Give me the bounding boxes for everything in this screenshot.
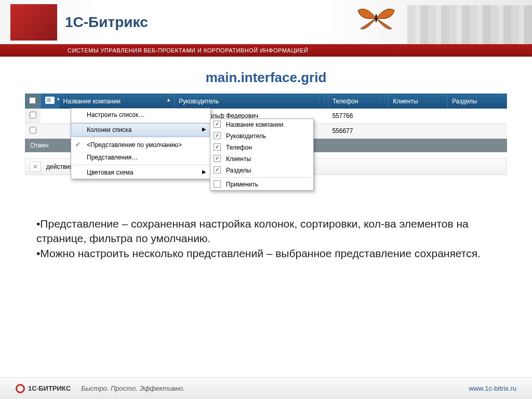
submenu-col-clients[interactable]: ✓Клиенты <box>210 153 313 165</box>
checkbox-icon[interactable]: ✓ <box>214 132 221 139</box>
grip-icon: ⋮⋮ <box>377 97 387 102</box>
checkbox-icon[interactable]: ✓ <box>214 166 221 174</box>
col-label: Руководитель <box>179 98 219 105</box>
context-menu: Настроить список… Колонки списка▶ <Предс… <box>71 108 211 179</box>
menu-label: Колонки списка <box>87 126 132 134</box>
col-label: Клиенты <box>393 98 418 105</box>
menu-configure-list[interactable]: Настроить список… <box>71 109 210 121</box>
footer-logo-text: 1С·БИТРИКС <box>28 384 71 392</box>
checkbox-icon[interactable]: ✓ <box>214 155 221 162</box>
butterfly-icon <box>355 3 397 34</box>
header-checkbox-cell[interactable] <box>25 94 41 109</box>
footer: 1С·БИТРИКС Быстро. Просто. Эффективно. w… <box>0 377 532 399</box>
cell-phone: 557766 <box>328 109 389 124</box>
submenu-label: Клиенты <box>226 155 251 163</box>
skyline-image <box>407 5 532 44</box>
row-checkbox[interactable] <box>30 127 36 134</box>
col-company[interactable]: Название компании▲ <box>59 94 174 109</box>
submenu-label: Телефон <box>226 144 252 151</box>
col-label: Разделы <box>452 98 477 105</box>
submenu-label: Руководитель <box>226 132 266 140</box>
submenu-label: Применить <box>226 181 258 188</box>
col-label: Телефон <box>332 98 358 105</box>
submenu-col-company[interactable]: ✓Название компании <box>210 119 313 130</box>
menu-separator <box>73 165 208 165</box>
footer-tagline: Быстро. Просто. Эффективно. <box>81 384 185 392</box>
product-boxes-image <box>10 4 57 41</box>
chevron-right-icon: ▶ <box>202 169 206 175</box>
actions-label: действия <box>46 163 73 170</box>
menu-label: Цветовая схема <box>87 169 134 176</box>
header: 1С-Битрикс <box>0 0 532 44</box>
col-phone[interactable]: Телефон⋮⋮ <box>328 94 389 109</box>
submenu-col-sections[interactable]: ✓Разделы <box>210 165 313 176</box>
col-label: Название компании <box>63 98 121 105</box>
footer-logo: 1С·БИТРИКС <box>16 384 71 393</box>
checkbox-icon[interactable] <box>214 180 221 188</box>
col-sections[interactable]: Разделы <box>448 94 507 109</box>
close-button[interactable]: ✕ <box>30 162 41 172</box>
menu-default-view[interactable]: <Представление по умолчанию> <box>71 139 210 151</box>
checkbox-icon[interactable]: ✓ <box>214 143 221 151</box>
page-title: main.interface.grid <box>0 70 532 86</box>
description: •Представление – сохраненная настройка к… <box>36 217 496 261</box>
columns-submenu: ✓Название компании ✓Руководитель ✓Телефо… <box>210 118 314 191</box>
menu-separator <box>73 137 208 138</box>
svg-point-0 <box>375 14 377 22</box>
menu-views[interactable]: Представления… <box>71 151 210 164</box>
menu-separator <box>73 122 208 123</box>
row-checkbox[interactable] <box>30 112 36 118</box>
sort-asc-icon: ▲ <box>166 97 171 102</box>
cell-phone: 556677 <box>328 124 389 139</box>
submenu-col-phone[interactable]: ✓Телефон <box>210 142 313 153</box>
submenu-label: Разделы <box>226 167 251 174</box>
col-clients[interactable]: Клиенты <box>389 94 448 109</box>
checkbox-icon[interactable]: ✓ <box>214 121 221 128</box>
menu-separator <box>212 177 311 178</box>
menu-icon[interactable] <box>45 97 55 104</box>
desc-line-2: Можно настроить несколько представлений … <box>40 247 481 259</box>
select-all-checkbox[interactable] <box>29 97 36 104</box>
col-manager[interactable]: Руководитель⋮⋮ <box>174 94 328 109</box>
desc-line-1: Представление – сохраненная настройка ко… <box>36 218 469 244</box>
grid-container: Название компании▲ Руководитель⋮⋮ Телефо… <box>25 94 507 175</box>
submenu-label: Название компании <box>226 121 283 128</box>
tagline-bar: СИСТЕМЫ УПРАВЛЕНИЯ ВЕБ-ПРОЕКТАМИ И КОРПО… <box>0 44 532 57</box>
header-menu-cell[interactable] <box>41 94 59 109</box>
grip-icon: ⋮⋮ <box>316 97 327 102</box>
logo-text: 1С-Битрикс <box>65 14 148 31</box>
menu-color-scheme[interactable]: Цветовая схема▶ <box>71 166 210 179</box>
submenu-col-manager[interactable]: ✓Руководитель <box>210 130 313 142</box>
footer-url[interactable]: www.1c-bitrix.ru <box>469 384 516 392</box>
submenu-apply[interactable]: Применить <box>210 179 313 190</box>
chevron-right-icon: ▶ <box>202 126 206 132</box>
menu-columns[interactable]: Колонки списка▶ <box>71 123 211 137</box>
ring-icon <box>16 384 25 393</box>
